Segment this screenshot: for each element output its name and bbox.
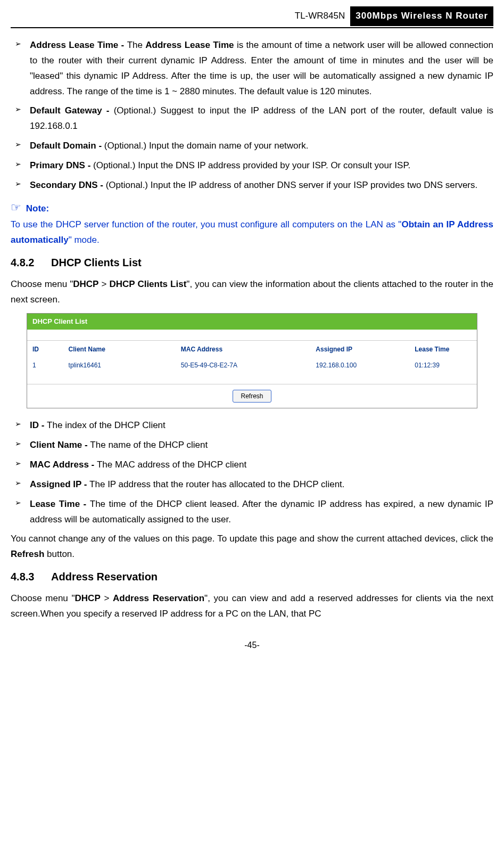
model-number: TL-WR845N — [290, 6, 350, 26]
text: " mode. — [69, 235, 100, 245]
text: The — [127, 40, 146, 50]
post-list-text: You cannot change any of the values on t… — [11, 531, 493, 562]
table-header-row: ID Client Name MAC Address Assigned IP L… — [27, 340, 477, 358]
text: Choose menu " — [11, 279, 73, 289]
text: Choose menu " — [11, 593, 75, 603]
mid-bullet-list: ID - The index of the DHCP Client Client… — [11, 418, 493, 527]
list-item: Primary DNS - (Optional.) Input the DNS … — [11, 158, 493, 174]
bullet-label: Assigned IP - — [30, 479, 89, 489]
section2-intro: Choose menu "DHCP > Address Reservation"… — [11, 591, 493, 622]
text: You cannot change any of the values on t… — [11, 534, 493, 544]
col-client-name: Client Name — [63, 340, 176, 358]
col-assigned-ip: Assigned IP — [310, 340, 409, 358]
bullet-label: Primary DNS - — [30, 160, 93, 170]
bullet-text: (Optional.) Input the domain name of you… — [104, 141, 309, 151]
bullet-label: ID - — [30, 420, 47, 430]
section1-intro: Choose menu "DHCP > DHCP Clients List", … — [11, 277, 493, 308]
bullet-text: The MAC address of the DHCP client — [97, 460, 246, 470]
col-mac: MAC Address — [176, 340, 311, 358]
list-item: Default Gateway - (Optional.) Suggest to… — [11, 103, 493, 134]
section-number: 4.8.2 — [11, 253, 51, 272]
col-lease-time: Lease Time — [409, 340, 477, 358]
menu-path: DHCP — [75, 593, 101, 603]
list-item: Address Lease Time - The Address Lease T… — [11, 38, 493, 100]
bullet-text: The index of the DHCP Client — [47, 420, 166, 430]
list-item: Client Name - The name of the DHCP clien… — [11, 438, 493, 453]
note-label: Note: — [26, 203, 49, 214]
list-item: Default Domain - (Optional.) Input the d… — [11, 138, 493, 154]
menu-path: DHCP — [73, 279, 98, 289]
bullet-text: The name of the DHCP client — [90, 440, 208, 450]
section-heading-dhcp-clients: 4.8.2DHCP Clients List — [11, 253, 493, 272]
section-heading-address-reservation: 4.8.3Address Reservation — [11, 568, 493, 586]
bullet-label: Secondary DNS - — [30, 180, 106, 190]
page-header: TL-WR845N 300Mbps Wireless N Router — [11, 6, 493, 28]
bullet-label: MAC Address - — [30, 460, 97, 470]
bullet-strong: Address Lease Time — [145, 40, 234, 50]
section-number: 4.8.3 — [11, 568, 51, 586]
bullet-text: The time of the DHCP client leased. Afte… — [30, 499, 493, 524]
text: button. — [44, 549, 75, 559]
refresh-button[interactable]: Refresh — [233, 390, 271, 403]
col-id: ID — [27, 340, 63, 358]
bullet-label: Default Gateway - — [30, 105, 114, 116]
list-item: MAC Address - The MAC address of the DHC… — [11, 457, 493, 473]
client-table: ID Client Name MAC Address Assigned IP L… — [27, 340, 477, 373]
table-row: 1 tplink16461 50-E5-49-C8-E2-7A 192.168.… — [27, 358, 477, 373]
cell-client: tplink16461 — [63, 358, 176, 373]
device-title: 300Mbps Wireless N Router — [350, 6, 493, 26]
note-block: ☞ Note: — [11, 198, 493, 217]
section-title: Address Reservation — [51, 571, 158, 583]
text: > — [98, 279, 109, 289]
text: To use the DHCP server function of the r… — [11, 219, 401, 229]
note-text: To use the DHCP server function of the r… — [11, 217, 493, 248]
cell-lease: 01:12:39 — [409, 358, 477, 373]
list-item: ID - The index of the DHCP Client — [11, 418, 493, 433]
dhcp-client-list-screenshot: DHCP Client List ID Client Name MAC Addr… — [27, 313, 477, 408]
list-item: Lease Time - The time of the DHCP client… — [11, 497, 493, 528]
top-bullet-list: Address Lease Time - The Address Lease T… — [11, 38, 493, 193]
list-item: Secondary DNS - (Optional.) Input the IP… — [11, 178, 493, 193]
bullet-text: The IP address that the router has alloc… — [89, 479, 344, 489]
pointing-hand-icon: ☞ — [11, 201, 21, 214]
refresh-row: Refresh — [27, 384, 477, 408]
list-item: Assigned IP - The IP address that the ro… — [11, 477, 493, 493]
page-content: Address Lease Time - The Address Lease T… — [0, 38, 504, 622]
bullet-label: Lease Time - — [30, 499, 90, 509]
text: > — [101, 593, 113, 603]
menu-path: Address Reservation — [113, 593, 204, 603]
section-title: DHCP Clients List — [51, 257, 142, 268]
bullet-label: Client Name - — [30, 440, 90, 450]
cell-ip: 192.168.0.100 — [310, 358, 409, 373]
page-number: -45- — [0, 638, 504, 652]
bullet-label: Address Lease Time - — [30, 40, 127, 50]
bullet-label: Default Domain - — [30, 141, 104, 151]
refresh-bold: Refresh — [11, 549, 44, 559]
screenshot-titlebar: DHCP Client List — [27, 314, 477, 330]
menu-path: DHCP Clients List — [109, 279, 186, 289]
cell-mac: 50-E5-49-C8-E2-7A — [176, 358, 311, 373]
cell-id: 1 — [27, 358, 63, 373]
bullet-text: (Optional.) Input the DNS IP address pro… — [93, 160, 410, 170]
bullet-text: (Optional.) Input the IP address of anot… — [106, 180, 478, 190]
